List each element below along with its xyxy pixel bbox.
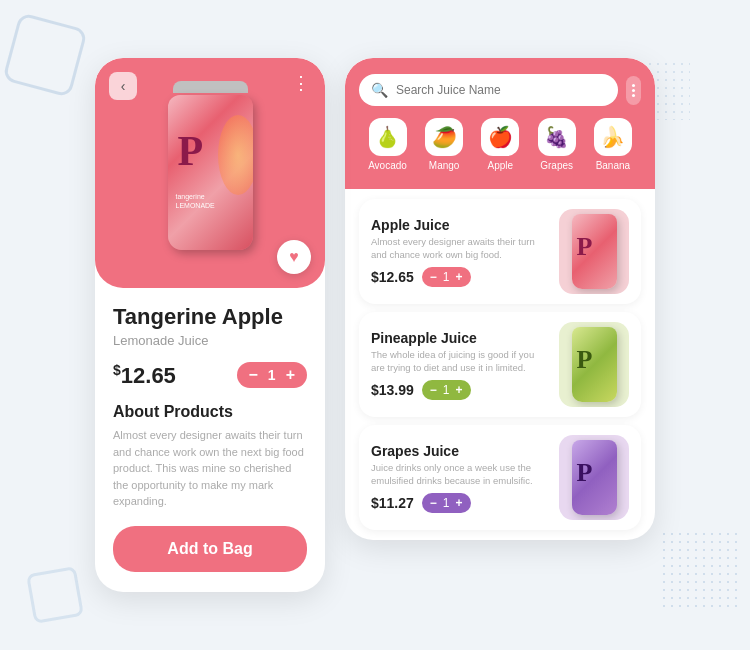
category-label: Apple — [488, 160, 514, 171]
product-price: $12.65 — [113, 362, 176, 389]
juice-list-item: Pineapple Juice The whole idea of juicin… — [359, 312, 641, 417]
bg-decoration-tl — [2, 12, 88, 98]
mini-can-letter: P — [577, 232, 593, 262]
back-button[interactable]: ‹ — [109, 72, 137, 100]
price-symbol: $ — [113, 362, 121, 378]
qty-decrease-button[interactable]: − — [249, 366, 258, 384]
category-item-avocado[interactable]: 🍐 Avocado — [368, 118, 407, 171]
category-icon: 🥭 — [425, 118, 463, 156]
add-to-bag-button[interactable]: Add to Bag — [113, 526, 307, 572]
juice-qty-decrease[interactable]: − — [430, 270, 437, 284]
mini-can: P — [572, 214, 617, 289]
favorite-button[interactable]: ♥ — [277, 240, 311, 274]
juice-qty-increase[interactable]: + — [456, 270, 463, 284]
juice-name: Grapes Juice — [371, 443, 549, 459]
category-item-grapes[interactable]: 🍇 Grapes — [538, 118, 576, 171]
mini-can: P — [572, 440, 617, 515]
juice-list: Apple Juice Almost every designer awaits… — [345, 189, 655, 540]
product-name: Tangerine Apple — [113, 304, 307, 330]
category-item-apple[interactable]: 🍎 Apple — [481, 118, 519, 171]
can-label-text: tangerineLEMONADE — [176, 192, 215, 210]
header-more-button[interactable] — [626, 76, 641, 105]
category-label: Avocado — [368, 160, 407, 171]
category-icon: 🍌 — [594, 118, 632, 156]
quantity-value: 1 — [268, 367, 276, 383]
juice-price: $12.65 — [371, 269, 414, 285]
category-label: Banana — [596, 160, 630, 171]
category-item-banana[interactable]: 🍌 Banana — [594, 118, 632, 171]
juice-price: $11.27 — [371, 495, 414, 511]
can-decoration — [218, 115, 253, 195]
category-row: 🍐 Avocado 🥭 Mango 🍎 Apple 🍇 Grapes 🍌 Ban… — [359, 118, 641, 171]
juice-can-image: P — [559, 435, 629, 520]
quantity-control: − 1 + — [237, 362, 307, 388]
search-row: 🔍 — [359, 74, 641, 106]
juice-price-row: $11.27 − 1 + — [371, 493, 549, 513]
price-value: 12.65 — [121, 363, 176, 388]
juice-qty-increase[interactable]: + — [456, 383, 463, 397]
juice-price: $13.99 — [371, 382, 414, 398]
juice-qty-increase[interactable]: + — [456, 496, 463, 510]
product-info: Tangerine Apple Lemonade Juice $12.65 − … — [95, 288, 325, 591]
product-hero: ‹ ⋮ P tangerineLEMONADE ♥ — [95, 58, 325, 288]
juice-info: Apple Juice Almost every designer awaits… — [371, 217, 549, 288]
juice-list-item: Grapes Juice Juice drinks only once a we… — [359, 425, 641, 530]
juice-qty-decrease[interactable]: − — [430, 496, 437, 510]
can-body: P tangerineLEMONADE — [168, 95, 253, 250]
can-top — [173, 81, 248, 93]
juice-quantity-control: − 1 + — [422, 380, 471, 400]
search-input[interactable] — [396, 83, 606, 97]
juice-description: Juice drinks only once a week use the em… — [371, 461, 549, 488]
qty-increase-button[interactable]: + — [286, 366, 295, 384]
more-options-button[interactable]: ⋮ — [292, 72, 311, 94]
juice-price-row: $13.99 − 1 + — [371, 380, 549, 400]
juice-qty-value: 1 — [443, 496, 450, 510]
category-icon: 🍇 — [538, 118, 576, 156]
about-section-title: About Products — [113, 403, 307, 421]
juice-can-image: P — [559, 209, 629, 294]
product-can-image: P tangerineLEMONADE — [155, 83, 265, 263]
juice-qty-value: 1 — [443, 270, 450, 284]
product-subtitle: Lemonade Juice — [113, 333, 307, 348]
juice-quantity-control: − 1 + — [422, 493, 471, 513]
juice-qty-value: 1 — [443, 383, 450, 397]
category-icon: 🍐 — [369, 118, 407, 156]
juice-description: Almost every designer awaits their turn … — [371, 235, 549, 262]
category-item-mango[interactable]: 🥭 Mango — [425, 118, 463, 171]
bg-dots-br — [660, 530, 740, 610]
product-detail-card: ‹ ⋮ P tangerineLEMONADE ♥ Tangerine Appl… — [95, 58, 325, 591]
main-container: ‹ ⋮ P tangerineLEMONADE ♥ Tangerine Appl… — [95, 58, 655, 591]
search-bar[interactable]: 🔍 — [359, 74, 618, 106]
search-icon: 🔍 — [371, 82, 388, 98]
juice-price-row: $12.65 − 1 + — [371, 267, 549, 287]
juice-can-image: P — [559, 322, 629, 407]
juice-list-card: 🔍 🍐 Avocado 🥭 Mango 🍎 Apple 🍇 Grapes — [345, 58, 655, 540]
list-header: 🔍 🍐 Avocado 🥭 Mango 🍎 Apple 🍇 Grapes — [345, 58, 655, 189]
juice-qty-decrease[interactable]: − — [430, 383, 437, 397]
juice-description: The whole idea of juicing is good if you… — [371, 348, 549, 375]
heart-icon: ♥ — [289, 248, 299, 266]
mini-can: P — [572, 327, 617, 402]
juice-name: Apple Juice — [371, 217, 549, 233]
juice-list-item: Apple Juice Almost every designer awaits… — [359, 199, 641, 304]
mini-can-letter: P — [577, 345, 593, 375]
about-section-text: Almost every designer awaits their turn … — [113, 427, 307, 510]
juice-info: Grapes Juice Juice drinks only once a we… — [371, 443, 549, 514]
juice-info: Pineapple Juice The whole idea of juicin… — [371, 330, 549, 401]
category-icon: 🍎 — [481, 118, 519, 156]
category-label: Grapes — [540, 160, 573, 171]
juice-quantity-control: − 1 + — [422, 267, 471, 287]
juice-name: Pineapple Juice — [371, 330, 549, 346]
price-row: $12.65 − 1 + — [113, 362, 307, 389]
category-label: Mango — [429, 160, 460, 171]
bg-decoration-bl — [26, 566, 84, 624]
can-brand-letter: P — [178, 130, 204, 172]
mini-can-letter: P — [577, 458, 593, 488]
